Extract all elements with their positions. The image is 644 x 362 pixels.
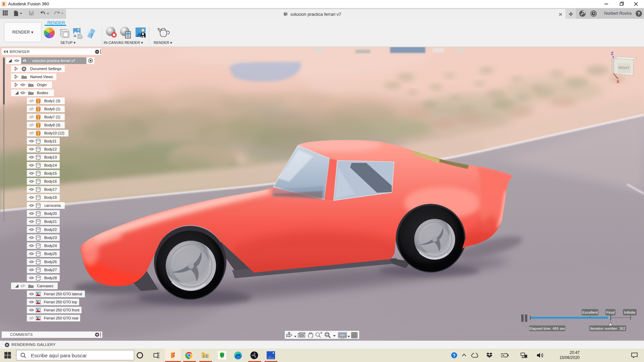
svg-text:Iteration number: 262: Iteration number: 262 [590, 326, 626, 330]
svg-text:?: ? [638, 11, 640, 16]
svg-text:RIGHT: RIGHT [619, 65, 630, 70]
svg-text:Infinite: Infinite [624, 310, 636, 314]
svg-text:Z: Z [611, 51, 613, 56]
svg-text:Excellent: Excellent [582, 310, 598, 314]
svg-text:X: X [616, 79, 620, 84]
svg-text:?: ? [453, 353, 455, 358]
svg-text:Final: Final [606, 310, 615, 314]
svg-text:Elapsed time: 465 sec: Elapsed time: 465 sec [529, 326, 566, 330]
